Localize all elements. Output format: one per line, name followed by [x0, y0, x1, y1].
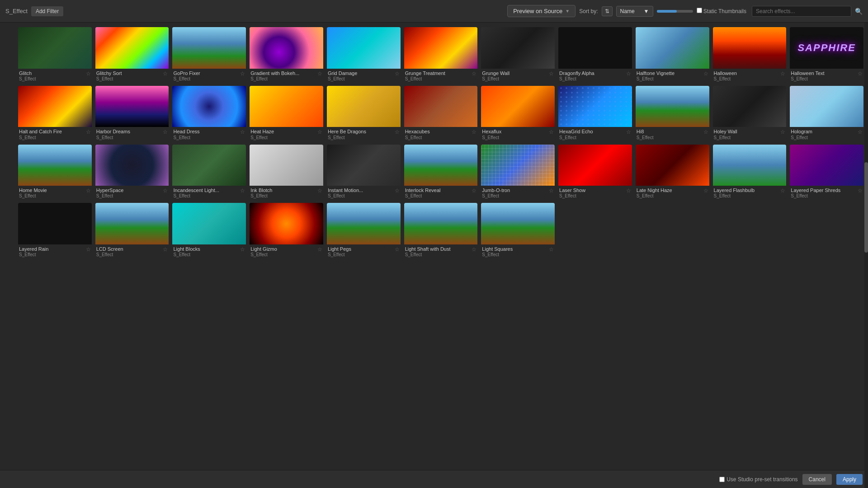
effect-card-grunge-wall[interactable]: Grunge WallS_Effect☆: [481, 27, 555, 82]
favorite-star-button[interactable]: ☆: [549, 246, 554, 253]
effect-card-head-dress[interactable]: Head DressS_Effect☆: [172, 86, 246, 141]
favorite-star-button[interactable]: ☆: [703, 188, 708, 194]
favorite-star-button[interactable]: ☆: [472, 70, 476, 77]
favorite-star-button[interactable]: ☆: [472, 246, 476, 253]
favorite-star-button[interactable]: ☆: [858, 129, 863, 135]
effect-card-jumb-o-tron[interactable]: Jumb-O-tronS_Effect☆: [481, 145, 555, 200]
effect-card-laser-show[interactable]: Laser ShowS_Effect☆: [558, 145, 632, 200]
sort-order-button[interactable]: ⇅: [602, 6, 613, 16]
effect-card-instant-motion...[interactable]: Instant Motion...S_Effect☆: [327, 145, 401, 200]
effect-card-halloween[interactable]: HalloweenS_Effect☆: [713, 27, 787, 82]
effect-card-hi8[interactable]: Hi8S_Effect☆: [636, 86, 709, 141]
scrollbar-thumb[interactable]: [864, 162, 868, 253]
effect-text: Halftone VignetteS_Effect: [637, 70, 675, 81]
effect-card-hexagrid-echo[interactable]: HexaGrid EchoS_Effect☆: [558, 86, 632, 141]
favorite-star-button[interactable]: ☆: [780, 70, 785, 77]
effect-card-hexaflux[interactable]: HexafluxS_Effect☆: [481, 86, 555, 141]
favorite-star-button[interactable]: ☆: [86, 129, 91, 135]
effect-card-grunge-treatment[interactable]: Grunge TreatmentS_Effect☆: [404, 27, 478, 82]
effect-card-home-movie[interactable]: Home MovieS_Effect☆: [18, 145, 92, 200]
favorite-star-button[interactable]: ☆: [86, 188, 91, 194]
effect-info: Home MovieS_Effect☆: [18, 186, 92, 199]
effect-card-interlock-reveal[interactable]: Interlock RevealS_Effect☆: [404, 145, 478, 200]
add-filter-button[interactable]: Add Filter: [31, 6, 63, 16]
effect-type-label: S_Effect: [19, 252, 48, 257]
effect-card-light-shaft-with-dust[interactable]: Light Shaft with DustS_Effect☆: [404, 203, 478, 258]
effect-card-hexacubes[interactable]: HexacubesS_Effect☆: [404, 86, 478, 141]
cancel-button[interactable]: Cancel: [802, 474, 832, 485]
favorite-star-button[interactable]: ☆: [703, 129, 708, 135]
favorite-star-button[interactable]: ☆: [317, 188, 322, 194]
effect-card-harbor-dreams[interactable]: Harbor DreamsS_Effect☆: [95, 86, 169, 141]
favorite-star-button[interactable]: ☆: [317, 246, 322, 253]
effect-card-halt-and-catch-fire[interactable]: Halt and Catch FireS_Effect☆: [18, 86, 92, 141]
favorite-star-button[interactable]: ☆: [395, 129, 400, 135]
effect-card-layered-rain[interactable]: Layered RainS_Effect☆: [18, 203, 92, 258]
favorite-star-button[interactable]: ☆: [858, 70, 863, 77]
favorite-star-button[interactable]: ☆: [549, 188, 554, 194]
favorite-star-button[interactable]: ☆: [626, 188, 631, 194]
static-thumbnails-checkbox[interactable]: [697, 8, 702, 13]
effect-card-halftone-vignette[interactable]: Halftone VignetteS_Effect☆: [636, 27, 709, 82]
effects-grid-area[interactable]: GlitchS_Effect☆Glitchy SortS_Effect☆GoPr…: [0, 23, 868, 470]
effect-name-label: Gradient with Bokeh...: [250, 70, 299, 76]
favorite-star-button[interactable]: ☆: [317, 129, 322, 135]
favorite-star-button[interactable]: ☆: [317, 70, 322, 77]
effect-card-dragonfly-alpha[interactable]: Dragonfly AlphaS_Effect☆: [558, 27, 632, 82]
studio-preset-checkbox[interactable]: [719, 477, 725, 482]
effect-card-light-blocks[interactable]: Light BlocksS_Effect☆: [172, 203, 246, 258]
favorite-star-button[interactable]: ☆: [858, 188, 863, 194]
favorite-star-button[interactable]: ☆: [240, 70, 245, 77]
favorite-star-button[interactable]: ☆: [626, 70, 631, 77]
favorite-star-button[interactable]: ☆: [240, 246, 245, 253]
effect-card-glitch[interactable]: GlitchS_Effect☆: [18, 27, 92, 82]
favorite-star-button[interactable]: ☆: [549, 129, 554, 135]
effect-card-layered-flashbulb[interactable]: Layered FlashbulbS_Effect☆: [713, 145, 787, 200]
apply-button[interactable]: Apply: [836, 474, 863, 485]
effect-card-halloween-text[interactable]: SAPPHIREHalloween TextS_Effect☆: [790, 27, 863, 82]
favorite-star-button[interactable]: ☆: [163, 129, 168, 135]
thumbnail-size-slider[interactable]: [657, 10, 693, 13]
effect-card-light-squares[interactable]: Light SquaresS_Effect☆: [481, 203, 555, 258]
effect-card-holey-wall[interactable]: Holey WallS_Effect☆: [713, 86, 787, 141]
effect-card-here-be-dragons[interactable]: Here Be DragonsS_Effect☆: [327, 86, 401, 141]
effect-card-layered-paper-shreds[interactable]: Layered Paper ShredsS_Effect☆: [790, 145, 863, 200]
effect-card-lcd-screen[interactable]: LCD ScreenS_Effect☆: [95, 203, 169, 258]
favorite-star-button[interactable]: ☆: [395, 188, 400, 194]
effect-card-ink-blotch[interactable]: Ink BlotchS_Effect☆: [250, 145, 323, 200]
favorite-star-button[interactable]: ☆: [703, 70, 708, 77]
effect-card-grid-damage[interactable]: Grid DamageS_Effect☆: [327, 27, 401, 82]
favorite-star-button[interactable]: ☆: [780, 188, 785, 194]
favorite-star-button[interactable]: ☆: [86, 70, 91, 77]
effect-thumbnail: [95, 203, 169, 244]
effect-card-light-gizmo[interactable]: Light GizmoS_Effect☆: [250, 203, 323, 258]
favorite-star-button[interactable]: ☆: [626, 129, 631, 135]
effect-card-gopro-fixer[interactable]: GoPro FixerS_Effect☆: [172, 27, 246, 82]
effect-card-glitchy-sort[interactable]: Glitchy SortS_Effect☆: [95, 27, 169, 82]
favorite-star-button[interactable]: ☆: [472, 188, 476, 194]
preview-source-button[interactable]: Preview on Source ▼: [507, 5, 576, 17]
effect-card-hyperspace[interactable]: HyperSpaceS_Effect☆: [95, 145, 169, 200]
effect-thumbnail: [327, 145, 401, 186]
favorite-star-button[interactable]: ☆: [240, 188, 245, 194]
effect-text: Light Shaft with DustS_Effect: [405, 246, 451, 257]
favorite-star-button[interactable]: ☆: [549, 70, 554, 77]
effect-card-light-pegs[interactable]: Light PegsS_Effect☆: [327, 203, 401, 258]
name-dropdown[interactable]: Name ▼: [616, 6, 653, 17]
favorite-star-button[interactable]: ☆: [163, 188, 168, 194]
favorite-star-button[interactable]: ☆: [472, 129, 476, 135]
favorite-star-button[interactable]: ☆: [163, 246, 168, 253]
favorite-star-button[interactable]: ☆: [163, 70, 168, 77]
search-input[interactable]: [752, 6, 851, 17]
favorite-star-button[interactable]: ☆: [395, 246, 400, 253]
effect-card-hologram[interactable]: HologramS_Effect☆: [790, 86, 863, 141]
effect-card-incandescent-light...[interactable]: Incandescent Light...S_Effect☆: [172, 145, 246, 200]
favorite-star-button[interactable]: ☆: [780, 129, 785, 135]
effect-card-late-night-haze[interactable]: Late Night HazeS_Effect☆: [636, 145, 709, 200]
effect-card-heat-haze[interactable]: Heat HazeS_Effect☆: [250, 86, 323, 141]
favorite-star-button[interactable]: ☆: [240, 129, 245, 135]
effect-card-gradient-with-bokeh...[interactable]: Gradient with Bokeh...S_Effect☆: [250, 27, 323, 82]
favorite-star-button[interactable]: ☆: [395, 70, 400, 77]
favorite-star-button[interactable]: ☆: [86, 246, 91, 253]
effect-text: Dragonfly AlphaS_Effect: [559, 70, 594, 81]
